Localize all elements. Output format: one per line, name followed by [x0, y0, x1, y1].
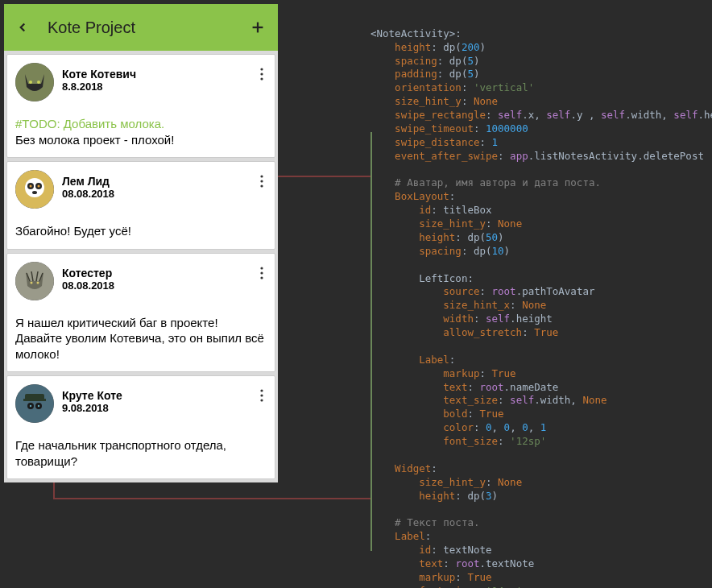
post-body: Я нашел критический баг в проекте! Давай…: [15, 315, 267, 362]
svg-point-23: [260, 276, 263, 279]
svg-point-31: [260, 389, 263, 391]
post-author: Котестер: [62, 267, 249, 280]
avatar: [15, 170, 54, 209]
post-author: Коте Котевич: [62, 68, 249, 81]
mobile-preview: Kote Project Коте Котевич8.8.2018#TODO: …: [4, 4, 278, 482]
post-card[interactable]: Лем Лид08.08.2018Збагойно! Будет усё!: [6, 161, 275, 250]
more-icon[interactable]: [257, 262, 267, 283]
post-body: #TODO: Добавить молока.Без молока проект…: [15, 116, 267, 147]
svg-point-4: [37, 81, 40, 84]
add-icon[interactable]: [249, 19, 267, 36]
svg-point-33: [260, 399, 263, 401]
svg-point-3: [29, 81, 32, 84]
avatar: [15, 63, 54, 101]
post-author: Лем Лид: [62, 175, 249, 188]
more-icon[interactable]: [257, 170, 267, 191]
svg-point-14: [32, 191, 37, 194]
post-author: Круте Коте: [62, 389, 249, 402]
more-icon[interactable]: [257, 63, 267, 84]
svg-point-22: [260, 271, 263, 274]
svg-point-16: [260, 180, 263, 182]
post-card[interactable]: Коте Котевич8.8.2018#TODO: Добавить моло…: [6, 54, 275, 158]
post-card[interactable]: Круте Коте9.08.2018Где начальник транспо…: [6, 375, 275, 479]
svg-point-6: [260, 72, 263, 75]
svg-point-21: [260, 267, 263, 269]
svg-point-5: [260, 68, 263, 70]
avatar: [15, 262, 54, 300]
appbar: Kote Project: [4, 4, 278, 51]
svg-point-20: [37, 281, 39, 284]
page-title: Kote Project: [48, 19, 231, 37]
post-list: Коте Котевич8.8.2018#TODO: Добавить моло…: [4, 51, 278, 482]
svg-rect-26: [23, 399, 46, 401]
svg-point-17: [260, 184, 263, 187]
svg-point-29: [30, 405, 31, 407]
svg-point-2: [15, 63, 54, 101]
post-date: 08.08.2018: [62, 280, 249, 292]
post-card[interactable]: Котестер08.08.2018Я нашел критический ба…: [6, 253, 275, 373]
post-date: 9.08.2018: [62, 402, 249, 414]
svg-point-7: [260, 77, 263, 80]
svg-point-13: [38, 185, 40, 188]
code-editor[interactable]: <NoteActivity>: height: dp(200) spacing:…: [370, 0, 712, 588]
svg-point-12: [30, 185, 32, 188]
post-body: Где начальник транспортного отдела, това…: [15, 437, 267, 469]
back-icon[interactable]: [15, 20, 30, 35]
more-icon[interactable]: [257, 384, 267, 405]
svg-point-19: [31, 281, 33, 284]
code-content[interactable]: <NoteActivity>: height: dp(200) spacing:…: [370, 27, 712, 588]
post-date: 08.08.2018: [62, 188, 249, 200]
svg-point-15: [260, 175, 263, 177]
post-date: 8.8.2018: [62, 81, 249, 93]
svg-point-24: [15, 384, 54, 423]
post-body: Збагойно! Будет усё!: [15, 223, 267, 239]
avatar: [15, 384, 54, 423]
svg-point-32: [260, 394, 263, 396]
svg-point-30: [38, 405, 39, 407]
